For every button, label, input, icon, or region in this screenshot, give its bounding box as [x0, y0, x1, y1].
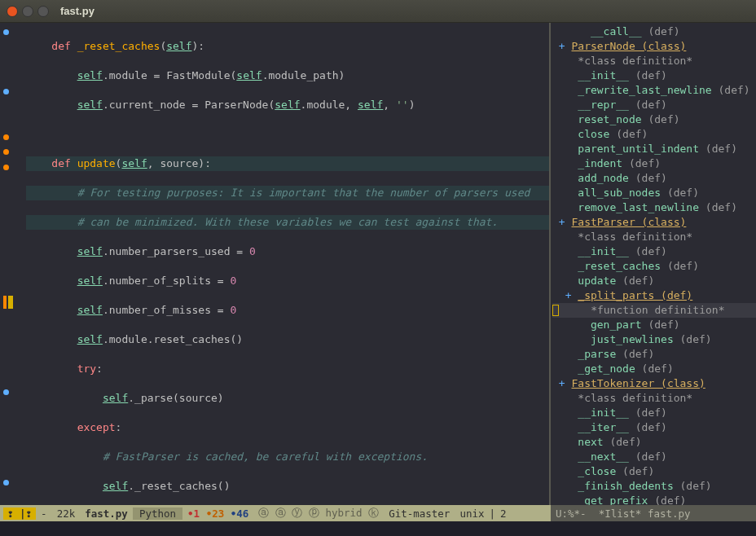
code-line: self.number_parsers_used = 0: [26, 244, 549, 259]
fringe-dot: [3, 389, 9, 395]
modeline-right-file: fast.py: [648, 507, 691, 520]
outline-item-selected[interactable]: *function definition*: [552, 303, 756, 318]
modeline: ❢ |❢ - 22k fast.py Python •1 •23 •46 ⓐ ⓐ…: [0, 505, 756, 521]
code-line: self.module = FastModule(self.module_pat…: [26, 68, 549, 83]
modeline-vcs[interactable]: Git-master: [384, 507, 455, 520]
minibuffer[interactable]: [0, 521, 756, 536]
outline-class[interactable]: + FastParser (class): [552, 215, 756, 230]
outline-item[interactable]: _get_node (def): [552, 362, 756, 376]
modeline-position: 2: [495, 507, 512, 520]
modeline-warning-icon[interactable]: ❢ |❢: [3, 507, 36, 520]
window-title: fast.py: [60, 5, 94, 17]
modeline-right[interactable]: U:%*- *Ilist* fast.py: [551, 505, 756, 521]
outline-item[interactable]: __init__ (def): [552, 406, 756, 420]
outline-item[interactable]: _parse (def): [552, 347, 756, 362]
outline-item[interactable]: all_sub_nodes (def): [552, 186, 756, 200]
outline-item[interactable]: __repr__ (def): [552, 98, 756, 112]
modeline-right-status: U:%*-: [556, 507, 587, 520]
code-line: def _reset_caches(self):: [26, 39, 549, 54]
outline-item[interactable]: update (def): [552, 274, 756, 288]
code-line: def update(self, source):: [26, 156, 549, 171]
fringe-marker: [3, 296, 7, 309]
outline-item[interactable]: __next__ (def): [552, 450, 756, 464]
outline-class[interactable]: + ParserNode (class): [552, 39, 756, 54]
fringe-dot: [3, 165, 9, 170]
flycheck-info-count[interactable]: •46: [231, 507, 249, 520]
outline-pane[interactable]: __call__ (def) + ParserNode (class) *cla…: [551, 23, 756, 505]
outline-item[interactable]: close (def): [552, 127, 756, 142]
outline-class[interactable]: + FastTokenizer (class): [552, 376, 756, 391]
outline-item[interactable]: *class definition*: [552, 230, 756, 244]
code-area[interactable]: def _reset_caches(self): self.module = F…: [21, 23, 549, 505]
code-line: self._parse(source): [26, 391, 549, 406]
minimize-window-button[interactable]: [22, 6, 33, 17]
outline-item[interactable]: _finish_dedents (def): [552, 479, 756, 494]
modeline-right-buffer[interactable]: *Ilist*: [599, 507, 642, 520]
outline-item[interactable]: *class definition*: [552, 391, 756, 406]
modeline-left[interactable]: ❢ |❢ - 22k fast.py Python •1 •23 •46 ⓐ ⓐ…: [0, 505, 551, 521]
outline-item[interactable]: _rewrite_last_newline (def): [552, 83, 756, 98]
code-line: # For testing purposes: It is important …: [26, 186, 549, 200]
fringe-dot: [3, 149, 9, 155]
outline-item[interactable]: remove_last_newline (def): [552, 200, 756, 215]
code-line: self.number_of_splits = 0: [26, 274, 549, 288]
modeline-major-mode[interactable]: Python: [133, 507, 182, 520]
outline-item[interactable]: reset_node (def): [552, 112, 756, 127]
outline-item[interactable]: *class definition*: [552, 54, 756, 68]
flycheck-warn-count[interactable]: •23: [206, 507, 225, 520]
code-line: self.number_of_misses = 0: [26, 303, 549, 318]
outline-item[interactable]: __init__ (def): [552, 244, 756, 259]
outline-item[interactable]: just_newlines (def): [552, 332, 756, 347]
outline-item[interactable]: + _split_parts (def): [552, 288, 756, 303]
outline-item[interactable]: gen_part (def): [552, 318, 756, 332]
code-line: # FastParser is cached, be careful with …: [26, 450, 549, 464]
window-controls: [7, 6, 49, 17]
code-line: except:: [26, 420, 549, 435]
outline-item[interactable]: __call__ (def): [552, 24, 756, 39]
fringe-dot: [3, 480, 9, 485]
modeline-size: 22k: [52, 507, 81, 520]
fringe-marker: [8, 296, 13, 309]
editor-gutter: [0, 23, 21, 505]
maximize-window-button[interactable]: [37, 6, 49, 17]
modeline-filename[interactable]: fast.py: [80, 507, 133, 520]
outline-item[interactable]: __iter__ (def): [552, 420, 756, 435]
fringe-dot: [3, 29, 9, 35]
code-line: self.module.reset_caches(): [26, 332, 549, 347]
outline-item[interactable]: _close (def): [552, 464, 756, 479]
code-line: self.current_node = ParserNode(self.modu…: [26, 98, 549, 112]
outline-item[interactable]: _get_prefix (def): [552, 494, 756, 505]
modeline-encoding: unix: [455, 507, 489, 520]
cursor-box-icon: [552, 305, 559, 316]
window-titlebar: fast.py: [0, 0, 756, 23]
code-line: # can be minimized. With these variables…: [26, 215, 549, 230]
outline-item[interactable]: next (def): [552, 435, 756, 450]
modeline-minor-modes[interactable]: ⓐ ⓐ ⓨ ⓟ hybrid ⓚ: [253, 507, 384, 521]
outline-item[interactable]: add_node (def): [552, 171, 756, 186]
close-window-button[interactable]: [7, 6, 18, 17]
outline-item[interactable]: _reset_caches (def): [552, 259, 756, 274]
code-line: self._reset_caches(): [26, 479, 549, 494]
code-line: try:: [26, 362, 549, 376]
fringe-dot: [3, 134, 9, 140]
code-line: [26, 127, 549, 142]
fringe-dot: [3, 89, 9, 94]
outline-item[interactable]: _indent (def): [552, 156, 756, 171]
editor-pane[interactable]: def _reset_caches(self): self.module = F…: [0, 23, 551, 505]
flycheck-error-count[interactable]: •1: [187, 507, 200, 520]
outline-item[interactable]: __init__ (def): [552, 68, 756, 83]
outline-item[interactable]: parent_until_indent (def): [552, 142, 756, 156]
modeline-modified: -: [36, 507, 52, 520]
